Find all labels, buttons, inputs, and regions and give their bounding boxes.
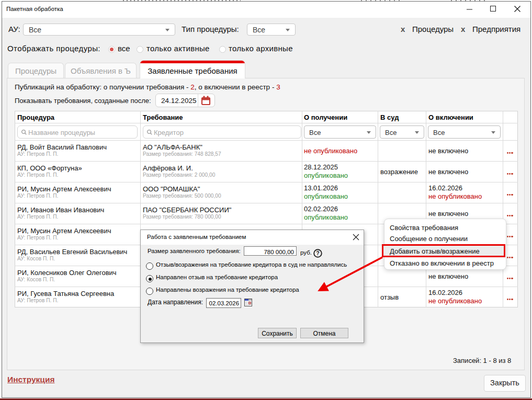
svg-text:?: ? xyxy=(316,250,319,256)
